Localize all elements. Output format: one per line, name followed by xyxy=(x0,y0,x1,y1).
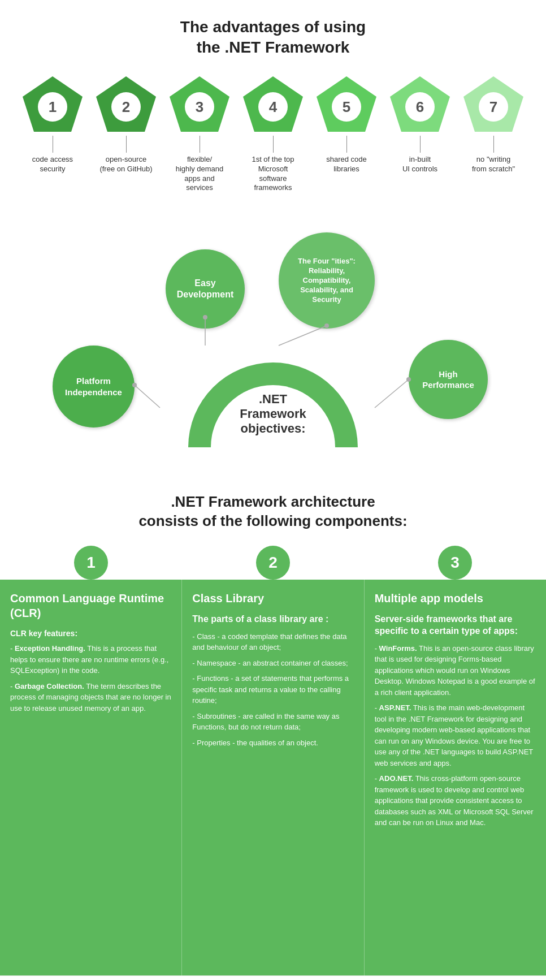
arch-title-line1: .NET Framework architecture xyxy=(171,493,375,510)
pentagon-section: 1 code accesssecurity 2 open-source(free… xyxy=(0,70,546,210)
col-num-2: 2 xyxy=(182,546,364,580)
svg-line-13 xyxy=(375,379,409,408)
easy-dev-bubble: EasyDevelopment xyxy=(166,249,245,329)
pentagon-label-4: 1st of the topMicrosoftsoftwareframework… xyxy=(252,155,294,193)
pentagon-number-2: 2 xyxy=(111,92,141,122)
architecture-title: .NET Framework architecture consists of … xyxy=(0,476,546,537)
svg-line-7 xyxy=(135,385,160,408)
pentagon-item-4: 4 1st of the topMicrosoftsoftwareframewo… xyxy=(236,75,310,193)
connector-6 xyxy=(420,136,421,153)
pentagons-row: 1 code accesssecurity 2 open-source(free… xyxy=(0,75,546,193)
pentagon-item-2: 2 open-source(free on GitHub) xyxy=(89,75,163,193)
connector-7 xyxy=(493,136,494,153)
pentagon-label-1: code accesssecurity xyxy=(32,155,73,174)
col-num-1: 1 xyxy=(0,546,182,580)
pentagon-number-6: 6 xyxy=(405,92,435,122)
arch-circle-3: 3 xyxy=(438,546,472,580)
cl-title: Class Library xyxy=(192,591,353,606)
four-ities-bubble: The Four "ities":Reliability,Compatibili… xyxy=(279,232,375,329)
pentagon-shape-4: 4 xyxy=(242,75,304,135)
arch-columns: Common Language Runtime (CLR) CLR key fe… xyxy=(0,580,546,975)
pentagon-label-2: open-source(free on GitHub) xyxy=(99,155,152,174)
am-subtitle: Server-side frameworks that are specific… xyxy=(375,614,536,637)
clr-subtitle: CLR key features: xyxy=(10,628,171,638)
arch-col-clr: Common Language Runtime (CLR) CLR key fe… xyxy=(0,580,182,975)
pentagon-number-7: 7 xyxy=(479,92,508,122)
clr-title: Common Language Runtime (CLR) xyxy=(10,591,171,620)
arch-center-text: .NET Framework objectives: xyxy=(240,392,306,436)
pentagon-label-3: flexible/highly demandapps andservices xyxy=(176,155,224,193)
connector-4 xyxy=(273,136,274,153)
arch-circle-1: 1 xyxy=(74,546,108,580)
cl-body: - Class - a coded template that defines … xyxy=(192,631,353,749)
connector-1 xyxy=(53,136,53,153)
main-title: The advantages of using the .NET Framewo… xyxy=(0,0,546,70)
pentagon-number-1: 1 xyxy=(38,92,67,122)
component-numbers-row: 1 2 3 xyxy=(0,537,546,580)
am-title: Multiple app models xyxy=(375,591,536,606)
pentagon-label-5: shared codelibraries xyxy=(326,155,367,174)
footer: Jelvix jelvix.com xyxy=(0,975,546,980)
title-line2: the .NET Framework xyxy=(197,38,350,56)
cl-subtitle: The parts of a class library are : xyxy=(192,614,353,625)
arch-circle-2: 2 xyxy=(256,546,290,580)
pentagon-shape-2: 2 xyxy=(95,75,157,135)
pentagon-item-7: 7 no "writingfrom scratch" xyxy=(457,75,530,193)
pentagon-item-1: 1 code accesssecurity xyxy=(16,75,89,193)
arch-col-classlibrary: Class Library The parts of a class libra… xyxy=(182,580,364,975)
pentagon-shape-5: 5 xyxy=(315,75,378,135)
pentagon-number-5: 5 xyxy=(332,92,361,122)
objectives-diagram: PlatformIndependence EasyDevelopment The… xyxy=(19,221,527,459)
col-num-3: 3 xyxy=(364,546,546,580)
pentagon-label-7: no "writingfrom scratch" xyxy=(472,155,515,174)
arch-title-line2: consists of the following components: xyxy=(138,512,407,529)
connector-2 xyxy=(126,136,127,153)
pentagon-number-3: 3 xyxy=(185,92,214,122)
pentagon-shape-7: 7 xyxy=(462,75,525,135)
am-body: - WinForms. This is an open-source class… xyxy=(375,643,536,828)
connector-3 xyxy=(200,136,200,153)
pentagon-item-6: 6 in-builtUI controls xyxy=(383,75,457,193)
arch-col-appmodels: Multiple app models Server-side framewor… xyxy=(365,580,546,975)
high-perf-bubble: HighPerformance xyxy=(409,340,488,419)
pentagon-number-4: 4 xyxy=(258,92,288,122)
connector-5 xyxy=(346,136,347,153)
platform-bubble: PlatformIndependence xyxy=(53,346,135,428)
objectives-section: PlatformIndependence EasyDevelopment The… xyxy=(0,210,546,476)
clr-body: - Exception Handling. This is a process … xyxy=(10,643,171,714)
pentagon-shape-1: 1 xyxy=(21,75,84,135)
pentagon-shape-3: 3 xyxy=(168,75,231,135)
pentagon-item-5: 5 shared codelibraries xyxy=(310,75,383,193)
title-line1: The advantages of using xyxy=(180,18,366,36)
pentagon-shape-6: 6 xyxy=(389,75,451,135)
pentagon-item-3: 3 flexible/highly demandapps andservices xyxy=(163,75,236,193)
arch-container: .NET Framework objectives: xyxy=(177,329,369,453)
pentagon-label-6: in-builtUI controls xyxy=(402,155,437,174)
